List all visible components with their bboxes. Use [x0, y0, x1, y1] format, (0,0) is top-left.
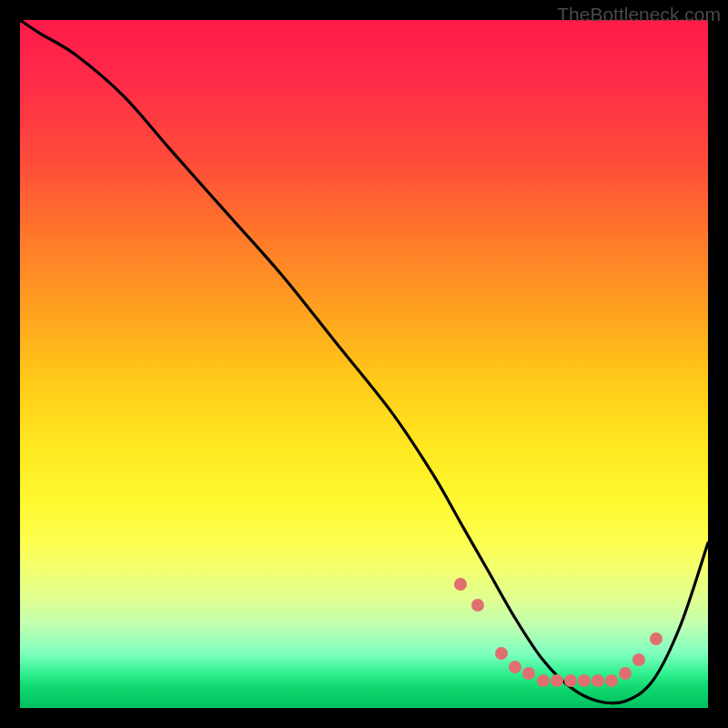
gradient-background: [20, 20, 708, 708]
watermark-text: TheBottleneck.com: [557, 4, 721, 25]
plot-area: [20, 20, 708, 708]
